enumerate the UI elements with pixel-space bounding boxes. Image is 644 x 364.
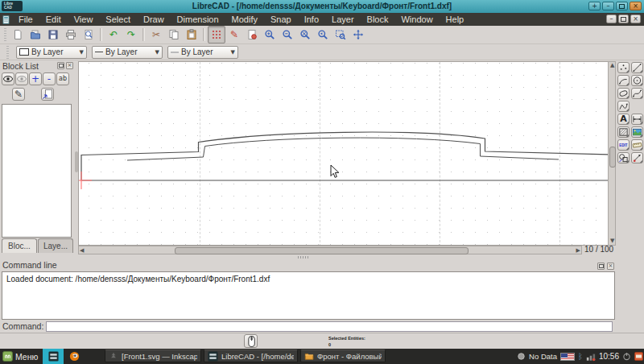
preview-toggle-button[interactable] — [243, 26, 261, 43]
menu-info[interactable]: Info — [298, 13, 325, 26]
zoom-in-button[interactable] — [261, 26, 279, 43]
vertical-scrollbar[interactable]: ▲ ▼ — [608, 61, 616, 246]
restore-button[interactable] — [616, 2, 628, 10]
menu-dimension[interactable]: Dimension — [171, 13, 225, 26]
close-panel-button[interactable]: × — [66, 62, 73, 69]
mouse-hints-button[interactable] — [244, 334, 258, 348]
grid-button[interactable] — [208, 26, 225, 43]
close-button[interactable]: × — [630, 2, 642, 10]
menu-window[interactable]: Window — [394, 13, 439, 26]
color-combobox[interactable]: By Layer ▼ — [16, 46, 87, 59]
close-panel-button[interactable]: × — [607, 263, 614, 270]
scroll-down-arrow[interactable]: ▼ — [610, 238, 614, 245]
cut-button[interactable]: ✂ — [147, 26, 165, 43]
pan-button[interactable] — [349, 26, 367, 43]
scroll-up-arrow[interactable]: ▲ — [610, 62, 614, 69]
auto-zoom-button[interactable] — [296, 26, 314, 43]
power-icon[interactable] — [622, 352, 631, 361]
drawing-canvas[interactable] — [78, 61, 609, 246]
document-icon[interactable] — [2, 14, 10, 25]
launcher-librecad[interactable] — [43, 349, 64, 364]
menu-button[interactable]: Меню — [0, 349, 43, 364]
bluetooth-icon[interactable]: ᛒ — [578, 352, 583, 361]
menu-edit[interactable]: Edit — [39, 13, 68, 26]
edit-block-button[interactable]: ✎ — [12, 88, 25, 101]
point-tool-button[interactable] — [617, 62, 630, 73]
menu-view[interactable]: View — [68, 13, 100, 26]
hide-block-button[interactable] — [15, 72, 28, 85]
remove-block-button[interactable]: - — [43, 72, 56, 85]
horizontal-scroll-thumb[interactable] — [175, 247, 469, 254]
edit-tool-button[interactable]: EDIT — [617, 139, 630, 151]
command-input[interactable] — [46, 321, 613, 332]
new-button[interactable] — [9, 26, 27, 43]
paste-button[interactable] — [183, 26, 200, 43]
menu-select[interactable]: Select — [99, 13, 137, 26]
minimize-button[interactable]: – — [602, 2, 614, 10]
print-preview-button[interactable] — [80, 26, 97, 43]
toolbar-handle[interactable] — [6, 46, 9, 59]
show-block-button[interactable] — [2, 72, 14, 85]
tab-block[interactable]: Bloc... — [2, 238, 37, 253]
task-inkscape[interactable]: [Front1.svg — Inkscape] — [105, 350, 201, 362]
spline-tool-button[interactable] — [631, 88, 643, 99]
circle-tool-button[interactable] — [631, 75, 643, 86]
scroll-left-arrow[interactable]: ◀ — [80, 247, 84, 254]
network-icon[interactable] — [586, 352, 596, 362]
status-indicator-icon[interactable] — [517, 352, 526, 361]
scroll-right-arrow[interactable]: ▶ — [576, 247, 580, 254]
vertical-scroll-thumb[interactable] — [609, 147, 616, 168]
menu-block[interactable]: Block — [361, 13, 395, 26]
mdi-close-button[interactable]: × — [630, 14, 641, 23]
task-folder[interactable]: Фронт - Файловый менед... — [300, 350, 386, 362]
block-list[interactable] — [2, 104, 72, 238]
zoom-out-button[interactable] — [279, 26, 296, 43]
menu-help[interactable]: Help — [440, 13, 471, 26]
keyboard-profile-inner[interactable] — [127, 138, 559, 160]
float-panel-button[interactable] — [57, 62, 64, 69]
image-tool-button[interactable] — [631, 126, 643, 138]
linetype-combobox[interactable]: By Layer ▼ — [167, 46, 238, 59]
task-librecad[interactable]: LibreCAD - [/home/densss/... — [204, 350, 298, 362]
launcher-blender[interactable] — [64, 349, 85, 364]
menu-file[interactable]: File — [12, 13, 39, 26]
rename-block-button[interactable]: ab — [56, 72, 69, 85]
zoom-window-button[interactable] — [332, 26, 349, 43]
ellipse-tool-button[interactable] — [617, 88, 630, 99]
arc-tool-button[interactable] — [617, 75, 630, 86]
menu-draw[interactable]: Draw — [137, 13, 171, 26]
redo-button[interactable]: ↷ — [122, 26, 140, 43]
add-block-button[interactable]: + — [29, 72, 42, 85]
polyline-tool-button[interactable] — [617, 101, 630, 112]
save-button[interactable] — [44, 26, 62, 43]
keyboard-profile-outer[interactable] — [81, 132, 609, 180]
dock-resize-grip[interactable] — [298, 256, 309, 259]
shade-button[interactable]: + — [588, 2, 601, 10]
horizontal-scrollbar[interactable]: ◀ ▶ — [78, 246, 582, 254]
text-tool-button[interactable]: A — [617, 114, 630, 125]
print-button[interactable] — [62, 26, 80, 43]
toolbar-handle[interactable] — [4, 28, 6, 41]
copy-button[interactable] — [165, 26, 183, 43]
previous-view-button[interactable] — [314, 26, 332, 43]
keyboard-layout-flag-icon[interactable] — [560, 353, 575, 361]
mdi-minimize-button[interactable]: – — [606, 14, 617, 23]
clock[interactable]: 10:56 — [599, 352, 619, 361]
block-tool-button[interactable] — [617, 152, 630, 163]
open-button[interactable] — [27, 26, 44, 43]
dimension-tool-button[interactable] — [631, 114, 643, 125]
undo-button[interactable]: ↶ — [105, 26, 122, 43]
float-panel-button[interactable] — [597, 263, 605, 270]
draft-button[interactable]: ✎ — [225, 26, 243, 43]
insert-block-button[interactable] — [41, 88, 54, 101]
tab-layer[interactable]: Laye... — [38, 238, 73, 253]
menu-snap[interactable]: Snap — [264, 13, 298, 26]
hatch-tool-button[interactable] — [617, 126, 630, 138]
notification-tray-icon[interactable] — [634, 352, 643, 361]
width-combobox[interactable]: By Layer ▼ — [92, 46, 163, 59]
mdi-restore-button[interactable] — [618, 14, 629, 23]
line-tool-button[interactable] — [631, 62, 643, 73]
menu-modify[interactable]: Modify — [225, 13, 264, 26]
modify-tool-button[interactable] — [631, 152, 643, 163]
menu-layer[interactable]: Layer — [325, 13, 361, 26]
